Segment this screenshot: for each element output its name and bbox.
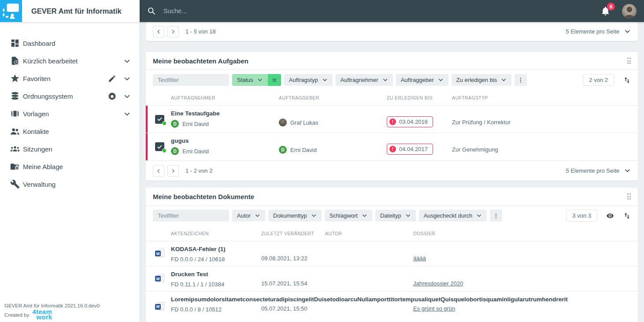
chevron-down-icon: [624, 28, 631, 35]
chevron-down-icon[interactable]: [122, 109, 132, 118]
app-version: GEVER Amt für Informatik 2021.16.0.dev0: [4, 303, 100, 308]
4teamwork-logo[interactable]: 4team work: [32, 309, 52, 320]
dossier-link[interactable]: Es grünt so grün: [413, 305, 455, 312]
prev-page-button[interactable]: [153, 165, 164, 177]
sidebar-item-favorites[interactable]: Favoriten: [0, 70, 140, 87]
page-range-label: 1 - 2 von 2: [185, 167, 212, 174]
table-row[interactable]: W Loremipsumdolorsitametconsecteturadipi…: [146, 292, 638, 322]
sort-button[interactable]: [623, 76, 631, 84]
visibility-button[interactable]: [606, 212, 614, 220]
dossier-link[interactable]: Jahresdossier 2020: [413, 280, 463, 287]
sidebar-item-dashboard[interactable]: Dashboard: [0, 34, 140, 52]
more-filters-button[interactable]: [514, 74, 527, 86]
document-clock-icon: [10, 56, 20, 66]
sidebar-item-my-repository[interactable]: Meine Ablage: [0, 158, 140, 175]
edit-pencil-icon[interactable]: [107, 74, 117, 83]
documents-textfilter-input[interactable]: [153, 210, 229, 222]
chevron-down-icon[interactable]: [122, 91, 132, 101]
prev-page-button[interactable]: [153, 26, 164, 37]
filter-dateityp[interactable]: Dateityp: [375, 210, 416, 222]
filter-ausgecheckt-durch[interactable]: Ausgecheckt durch: [419, 210, 487, 222]
column-header: AUFTRAGNEHMER: [171, 95, 279, 100]
app-logo[interactable]: [0, 0, 22, 22]
task-status-dot: [162, 148, 167, 153]
filter-dokumenttyp[interactable]: Dokumenttyp: [268, 210, 322, 222]
task-title[interactable]: gugus: [171, 137, 279, 145]
filter-status-clear-button[interactable]: [268, 74, 281, 86]
column-header: AUFTRAGSTYP: [452, 95, 638, 100]
eye-icon: [606, 212, 614, 220]
due-date-badge: ! 04.04.2017: [387, 144, 433, 155]
sidebar-item-label: Dashboard: [23, 40, 55, 47]
page-range-label: 1 - 5 von 18: [185, 28, 216, 35]
avatar: [279, 118, 287, 126]
column-header: AUTOR: [325, 231, 413, 236]
filter-schlagwort[interactable]: Schlagwort: [325, 210, 372, 222]
tasks-textfilter-input[interactable]: [153, 74, 229, 86]
table-row[interactable]: W KODASA-Fehler (1) FD 0.0.0 / 24 / 1061…: [146, 241, 638, 266]
items-per-page-select[interactable]: 5 Elemente pro Seite: [566, 167, 631, 174]
filter-status-active[interactable]: Status: [232, 74, 268, 86]
filter-auftragnehmer[interactable]: Auftragnehmer: [336, 74, 393, 86]
overdue-accent-bar: [146, 106, 148, 133]
document-title[interactable]: Loremipsumdolorsitametconsecteturadipisc…: [171, 296, 261, 303]
sidebar-item-contacts[interactable]: Kontakte: [0, 122, 140, 140]
notifications-button[interactable]: 8: [600, 6, 611, 16]
sidebar-item-filing-system[interactable]: Ordnungssystem: [0, 87, 140, 105]
watched-documents-card: Meine beobachteten Dokumente Autor Dokum…: [146, 188, 638, 322]
notification-count-badge: 8: [607, 3, 615, 11]
document-title[interactable]: KODASA-Fehler (1): [171, 245, 261, 253]
sort-icon: [623, 76, 631, 84]
contacts-icon: [10, 126, 20, 137]
chevron-down-icon[interactable]: [122, 56, 132, 66]
next-page-button[interactable]: [167, 26, 179, 37]
star-icon: [10, 73, 20, 84]
table-row[interactable]: W Drucken Test FD 0.11.1 / 1 / 10384 15.…: [146, 266, 638, 292]
per-page-label: 5 Elemente pro Seite: [566, 167, 619, 174]
sidebar-footer: GEVER Amt für Informatik 2021.16.0.dev0 …: [4, 303, 100, 320]
next-page-button[interactable]: [167, 165, 179, 177]
sort-button[interactable]: [623, 212, 631, 220]
filter-zu-erledigen-bis[interactable]: Zu erledigen bis: [452, 74, 512, 86]
dashboard-content: 1 - 5 von 18 5 Elemente pro Seite Meine …: [140, 22, 644, 322]
items-per-page-select[interactable]: 5 Elemente pro Seite: [566, 28, 631, 35]
drag-handle-icon[interactable]: [627, 193, 631, 200]
sidebar-item-recently-edited[interactable]: Kürzlich bearbeitet: [0, 52, 140, 70]
sidebar: GEVER Amt für Informatik Dashboard Kürzl…: [0, 0, 140, 322]
filter-autor[interactable]: Autor: [232, 210, 265, 222]
chevron-down-icon[interactable]: [122, 74, 132, 83]
overdue-accent-bar: [146, 133, 148, 160]
sidebar-item-label: Ordnungssystem: [23, 93, 73, 100]
column-header: AKTENZEICHEN: [171, 231, 261, 236]
search-input[interactable]: [163, 7, 600, 15]
star-circle-icon[interactable]: [107, 91, 117, 101]
table-row[interactable]: Eine Testaufgabe D Erni David Graf Lukas…: [146, 106, 638, 133]
tasks-filter-row: Status Auftragstyp Auftragnehmer Auftrag…: [146, 70, 638, 90]
chevron-down-icon: [624, 167, 631, 174]
sidebar-item-label: Kürzlich bearbeitet: [23, 57, 78, 65]
sidebar-item-administration[interactable]: Verwaltung: [0, 175, 140, 193]
groups-icon: [10, 144, 20, 154]
drag-handle-icon[interactable]: [627, 58, 631, 64]
filter-auftraggeber[interactable]: Auftraggeber: [396, 74, 448, 86]
chevron-down-icon: [501, 77, 507, 83]
sidebar-item-label: Favoriten: [23, 75, 51, 82]
issuer-name: Erni David: [290, 147, 317, 153]
sidebar-item-templates[interactable]: Vorlagen: [0, 105, 140, 122]
more-filters-button[interactable]: [490, 210, 502, 222]
document-title[interactable]: Drucken Test: [171, 270, 261, 278]
page-title: GEVER Amt für Informatik: [31, 7, 122, 15]
user-avatar[interactable]: [622, 4, 637, 19]
chevron-down-icon: [382, 77, 388, 83]
table-row[interactable]: gugus D Erni David D Erni David ! 04.04.…: [146, 133, 638, 160]
modified-date: 15.07.2021, 15:54: [261, 280, 307, 287]
sidebar-item-meetings[interactable]: Sitzungen: [0, 140, 140, 158]
task-title[interactable]: Eine Testaufgabe: [171, 110, 279, 118]
document-reference: FD 0.11.1 / 1 / 10384: [171, 281, 261, 289]
card-title: Meine beobachteten Dokumente: [153, 193, 254, 200]
sort-icon: [623, 212, 631, 220]
filter-auftragstyp[interactable]: Auftragstyp: [284, 74, 333, 86]
topbar: 8: [140, 0, 644, 22]
dossier-link[interactable]: ääää: [413, 255, 426, 262]
sidebar-item-label: Meine Ablage: [23, 163, 63, 170]
